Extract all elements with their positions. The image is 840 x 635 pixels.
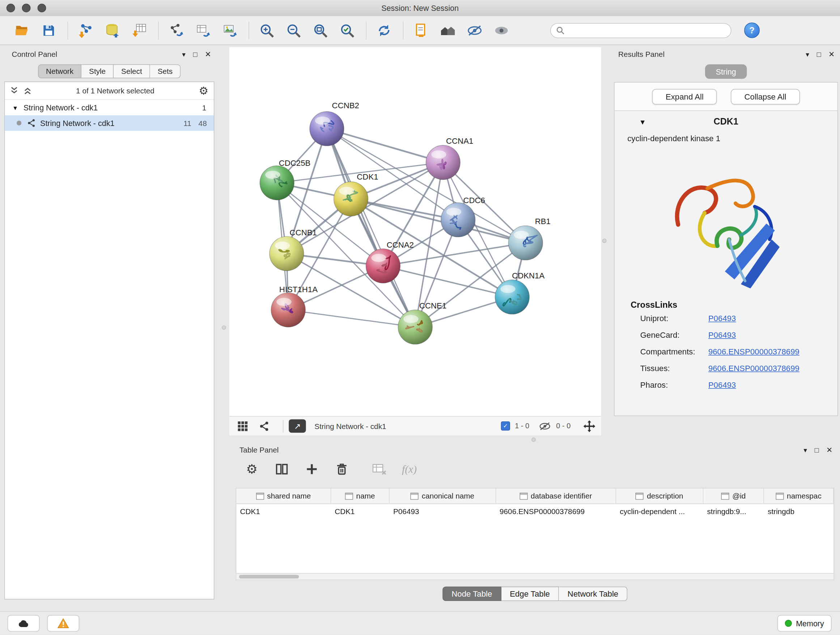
crosslink-label: Uniprot: — [640, 314, 708, 323]
zoom-out-icon[interactable] — [283, 21, 303, 39]
crosslink-link[interactable]: P06493 — [708, 380, 736, 389]
collapse-all-icon[interactable] — [10, 86, 18, 95]
tab-style[interactable]: Style — [81, 65, 114, 79]
column-header-description[interactable]: description — [616, 488, 703, 503]
network-row[interactable]: String Network - cdk1 11 48 — [5, 115, 214, 131]
import-network-file-icon[interactable] — [76, 21, 96, 39]
new-table-icon[interactable] — [193, 21, 213, 39]
network-graph[interactable]: CCNB2CCNA1CDC25BCDK1CDC6RB1CCNB1CCNA2CDK… — [229, 47, 601, 416]
column-header-label: shared name — [267, 492, 311, 500]
column-header-shared-name[interactable]: shared name — [236, 488, 331, 503]
splitter-grip[interactable] — [602, 239, 607, 243]
zoom-fit-icon[interactable] — [310, 21, 330, 39]
help-icon[interactable]: ? — [744, 22, 760, 38]
show-eye-icon[interactable] — [491, 21, 512, 39]
panel-float-icon[interactable]: ▾ — [182, 51, 186, 57]
panel-maximize-icon[interactable]: □ — [193, 51, 197, 57]
import-network-database-icon[interactable] — [103, 21, 123, 39]
column-header--id[interactable]: @id — [703, 488, 764, 503]
network-node-CDK1[interactable] — [334, 182, 368, 216]
column-header-database-identifier[interactable]: database identifier — [496, 488, 616, 503]
birds-eye-view-icon[interactable] — [235, 419, 251, 433]
splitter-grip[interactable] — [531, 437, 536, 442]
import-table-file-icon[interactable] — [129, 21, 149, 39]
column-header-canonical-name[interactable]: canonical name — [390, 488, 496, 503]
column-header-namespac[interactable]: namespac — [764, 488, 834, 503]
toolbar-separator — [158, 21, 158, 39]
memory-button[interactable]: Memory — [777, 615, 831, 632]
network-node-CCNA1[interactable] — [426, 145, 460, 180]
hide-unhide-icon[interactable] — [464, 21, 485, 39]
network-node-CCNE1[interactable] — [398, 310, 432, 344]
splitter-grip[interactable] — [222, 325, 226, 330]
apply-layout-icon[interactable] — [374, 21, 394, 39]
zoom-selected-icon[interactable] — [337, 21, 357, 39]
panel-maximize-icon[interactable]: □ — [815, 447, 819, 453]
network-view-canvas[interactable]: CCNB2CCNA1CDC25BCDK1CDC6RB1CCNB1CCNA2CDK… — [229, 47, 601, 416]
export-image-icon[interactable] — [219, 21, 240, 39]
crosslink-link[interactable]: P06493 — [708, 330, 736, 339]
column-header-label: name — [356, 492, 375, 500]
gear-icon[interactable]: ⚙ — [199, 85, 209, 96]
tab-network[interactable]: Network — [38, 65, 81, 79]
panel-close-icon[interactable]: ✕ — [826, 446, 832, 454]
cloud-status-button[interactable] — [8, 615, 40, 632]
network-node-CDC6[interactable] — [441, 203, 475, 237]
tab-sets[interactable]: Sets — [150, 65, 180, 79]
column-header-name[interactable]: name — [331, 488, 390, 503]
crosslink-link[interactable]: 9606.ENSP00000378699 — [708, 347, 799, 356]
add-column-icon[interactable] — [303, 461, 321, 478]
network-node-CDKN1A[interactable] — [495, 280, 529, 314]
search-input[interactable] — [568, 26, 725, 35]
selected-checkbox-icon[interactable]: ✓ — [501, 421, 510, 431]
tree-expand-icon[interactable]: ▼ — [12, 104, 18, 111]
status-bar: Memory — [0, 611, 840, 635]
zoom-in-icon[interactable] — [256, 21, 277, 39]
crosslink-link[interactable]: P06493 — [708, 314, 736, 323]
pan-move-icon[interactable] — [583, 420, 596, 432]
panel-close-icon[interactable]: ✕ — [829, 50, 835, 58]
network-node-CDC25B[interactable] — [260, 166, 294, 200]
panel-maximize-icon[interactable]: □ — [817, 51, 821, 57]
table-horizontal-scrollbar[interactable] — [236, 574, 834, 580]
node-label-CDK1: CDK1 — [357, 172, 378, 181]
tab-edge-table[interactable]: Edge Table — [501, 586, 559, 601]
expand-all-icon[interactable] — [24, 86, 32, 95]
panel-float-icon[interactable]: ▾ — [806, 51, 809, 57]
home-networks-icon[interactable] — [438, 21, 458, 39]
table-settings-gear-icon[interactable]: ⚙ — [243, 461, 261, 478]
network-collection-row[interactable]: ▼ String Network - cdk1 1 — [5, 100, 214, 115]
network-node-RB1[interactable] — [508, 226, 543, 260]
new-network-from-selection-icon[interactable] — [166, 21, 186, 39]
crosslink-row: Pharos:P06493 — [615, 377, 837, 393]
node-table[interactable]: shared namenamecanonical namedatabase id… — [236, 488, 834, 574]
delete-column-icon[interactable] — [333, 461, 351, 478]
warnings-button[interactable] — [47, 615, 79, 632]
panel-close-icon[interactable]: ✕ — [205, 50, 211, 58]
table-row[interactable]: CDK1CDK1P064939606.ENSP00000378699cyclin… — [236, 504, 834, 518]
network-overview-icon[interactable] — [256, 419, 272, 433]
cloud-icon — [18, 619, 30, 628]
expand-all-button[interactable]: Expand All — [652, 89, 717, 104]
show-columns-icon[interactable] — [273, 461, 291, 478]
protein-collapse-icon[interactable]: ▼ — [639, 118, 646, 126]
column-type-icon — [345, 492, 353, 499]
network-node-CCNB2[interactable] — [309, 111, 344, 146]
selected-node-edge-counts: 1 - 0 — [515, 422, 529, 430]
network-node-HIST1H1A[interactable] — [271, 293, 305, 327]
tab-select[interactable]: Select — [114, 65, 150, 79]
collapse-all-button[interactable]: Collapse All — [731, 89, 799, 104]
detach-view-button[interactable]: ↗ — [289, 419, 306, 432]
annotation-icon[interactable] — [411, 21, 431, 39]
scrollbar-thumb[interactable] — [239, 575, 299, 578]
crosslink-link[interactable]: 9606.ENSP00000378699 — [708, 363, 799, 372]
network-node-CCNB1[interactable] — [270, 236, 304, 271]
tab-string[interactable]: String — [705, 65, 747, 79]
tab-network-table[interactable]: Network Table — [559, 586, 627, 601]
network-node-CCNA2[interactable] — [366, 249, 401, 283]
save-session-icon[interactable] — [39, 21, 59, 39]
toolbar-search[interactable] — [550, 23, 731, 38]
tab-node-table[interactable]: Node Table — [442, 586, 501, 601]
open-session-icon[interactable] — [12, 21, 32, 39]
panel-float-icon[interactable]: ▾ — [804, 447, 807, 453]
